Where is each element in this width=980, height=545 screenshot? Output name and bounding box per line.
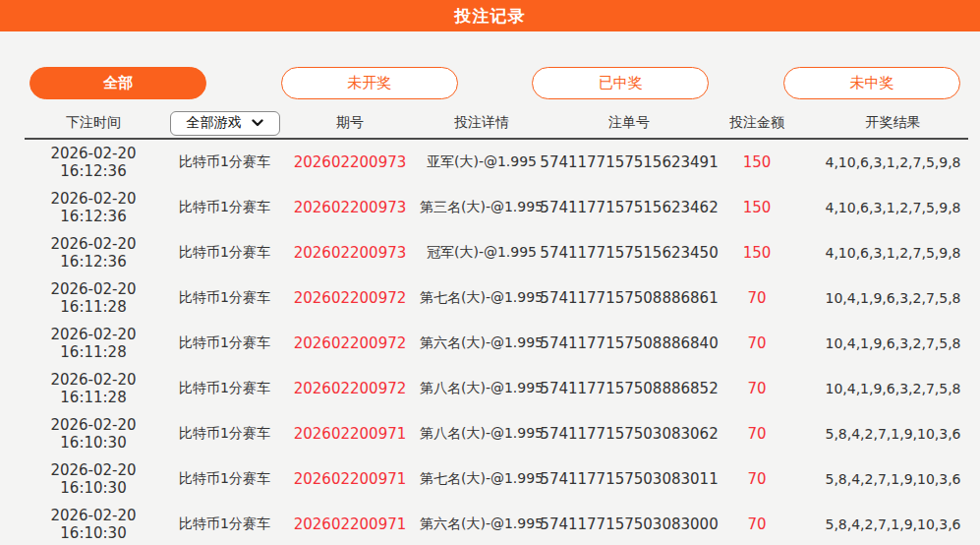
bet-amount: 150 <box>708 244 806 262</box>
table-header-row: 下注时间 全部游戏 期号 投注详情 注单号 投注金额 开奖结果 <box>0 108 980 138</box>
bet-amount: 150 <box>708 153 806 171</box>
order-number: 5741177157503083062 <box>550 425 708 443</box>
bet-time: 2026-02-20 16:10:30 <box>25 416 162 452</box>
game-filter-value: 全部游戏 <box>187 114 242 132</box>
bet-amount: 70 <box>708 289 806 307</box>
bet-detail: 第三名(大)-@1.995 <box>413 199 550 216</box>
column-header-amount: 投注金额 <box>708 114 806 132</box>
bet-detail: 冠军(大)-@1.995 <box>413 244 550 262</box>
draw-result: 10,4,1,9,6,3,2,7,5,8 <box>806 335 980 351</box>
filter-all-button[interactable]: 全部 <box>29 67 206 99</box>
table-row: 2026-02-20 16:11:28 比特币1分赛车 202602200972… <box>0 321 980 366</box>
table-row: 2026-02-20 16:12:36 比特币1分赛车 202602200973… <box>0 140 980 185</box>
draw-result: 5,8,4,2,7,1,9,10,3,6 <box>806 426 980 442</box>
bet-time: 2026-02-20 16:11:28 <box>25 371 162 406</box>
table-row: 2026-02-20 16:10:30 比特币1分赛车 202602200971… <box>0 502 980 545</box>
draw-result: 4,10,6,3,1,2,7,5,9,8 <box>806 154 980 170</box>
bet-amount: 150 <box>708 199 806 216</box>
period-number: 202602200972 <box>287 380 413 397</box>
order-number: 5741177157508886840 <box>550 334 708 352</box>
game-name: 比特币1分赛车 <box>162 289 287 307</box>
table-row: 2026-02-20 16:10:30 比特币1分赛车 202602200971… <box>0 456 980 502</box>
bet-detail: 第八名(大)-@1.995 <box>413 380 550 397</box>
game-name: 比特币1分赛车 <box>162 244 287 262</box>
period-number: 202602200973 <box>287 199 413 216</box>
draw-result: 4,10,6,3,1,2,7,5,9,8 <box>806 200 980 215</box>
bet-detail: 亚军(大)-@1.995 <box>413 153 550 171</box>
page-title: 投注记录 <box>455 5 526 28</box>
order-number: 5741177157503083011 <box>550 470 708 488</box>
column-header-period: 期号 <box>287 114 413 132</box>
period-number: 202602200972 <box>287 289 413 307</box>
filter-lost-button[interactable]: 未中奖 <box>783 67 960 99</box>
bet-records-list: 2026-02-20 16:12:36 比特币1分赛车 202602200973… <box>0 140 980 545</box>
column-header-result: 开奖结果 <box>806 114 980 132</box>
column-header-time: 下注时间 <box>25 114 162 132</box>
game-name: 比特币1分赛车 <box>162 334 287 352</box>
column-header-game: 全部游戏 <box>162 111 287 136</box>
filter-won-button[interactable]: 已中奖 <box>532 67 709 99</box>
bet-time: 2026-02-20 16:11:28 <box>25 280 162 316</box>
order-number: 5741177157508886852 <box>550 380 708 397</box>
table-row: 2026-02-20 16:11:28 比特币1分赛车 202602200972… <box>0 366 980 411</box>
bet-time: 2026-02-20 16:10:30 <box>25 461 162 497</box>
table-row: 2026-02-20 16:12:36 比特币1分赛车 202602200973… <box>0 185 980 230</box>
table-row: 2026-02-20 16:10:30 比特币1分赛车 202602200971… <box>0 411 980 456</box>
table-row: 2026-02-20 16:12:36 比特币1分赛车 202602200973… <box>0 230 980 275</box>
filter-bar: 全部 未开奖 已中奖 未中奖 <box>0 67 980 99</box>
bet-time: 2026-02-20 16:12:36 <box>25 190 162 225</box>
draw-result: 10,4,1,9,6,3,2,7,5,8 <box>806 290 980 306</box>
filter-pending-button[interactable]: 未开奖 <box>281 67 458 99</box>
bet-time: 2026-02-20 16:10:30 <box>25 507 162 542</box>
draw-result: 5,8,4,2,7,1,9,10,3,6 <box>806 471 980 487</box>
table-row: 2026-02-20 16:11:28 比特币1分赛车 202602200972… <box>0 275 980 321</box>
column-header-order: 注单号 <box>550 114 708 132</box>
order-number: 5741177157503083000 <box>550 515 708 533</box>
game-name: 比特币1分赛车 <box>162 153 287 171</box>
bet-amount: 70 <box>708 425 806 443</box>
bet-time: 2026-02-20 16:12:36 <box>25 145 162 180</box>
game-name: 比特币1分赛车 <box>162 199 287 216</box>
bet-amount: 70 <box>708 515 806 533</box>
period-number: 202602200973 <box>287 244 413 262</box>
period-number: 202602200971 <box>287 470 413 488</box>
bet-time: 2026-02-20 16:12:36 <box>25 235 162 271</box>
chevron-down-icon <box>252 119 263 127</box>
draw-result: 5,8,4,2,7,1,9,10,3,6 <box>806 516 980 532</box>
bet-amount: 70 <box>708 334 806 352</box>
draw-result: 4,10,6,3,1,2,7,5,9,8 <box>806 245 980 261</box>
game-name: 比特币1分赛车 <box>162 515 287 533</box>
period-number: 202602200972 <box>287 334 413 352</box>
game-filter-select[interactable]: 全部游戏 <box>170 111 280 136</box>
bet-detail: 第七名(大)-@1.995 <box>413 470 550 488</box>
period-number: 202602200971 <box>287 515 413 533</box>
order-number: 5741177157515623462 <box>550 199 708 216</box>
bet-detail: 第八名(大)-@1.995 <box>413 425 550 443</box>
bet-amount: 70 <box>708 380 806 397</box>
game-name: 比特币1分赛车 <box>162 470 287 488</box>
bet-detail: 第六名(大)-@1.995 <box>413 515 550 533</box>
order-number: 5741177157508886861 <box>550 289 708 307</box>
game-name: 比特币1分赛车 <box>162 380 287 397</box>
period-number: 202602200971 <box>287 425 413 443</box>
bet-time: 2026-02-20 16:11:28 <box>25 326 162 361</box>
bet-amount: 70 <box>708 470 806 488</box>
order-number: 5741177157515623450 <box>550 244 708 262</box>
bet-detail: 第七名(大)-@1.995 <box>413 289 550 307</box>
order-number: 5741177157515623491 <box>550 153 708 171</box>
game-name: 比特币1分赛车 <box>162 425 287 443</box>
bet-detail: 第六名(大)-@1.995 <box>413 334 550 352</box>
draw-result: 10,4,1,9,6,3,2,7,5,8 <box>806 381 980 396</box>
title-bar: 投注记录 <box>0 0 980 31</box>
period-number: 202602200973 <box>287 153 413 171</box>
column-header-detail: 投注详情 <box>413 114 550 132</box>
